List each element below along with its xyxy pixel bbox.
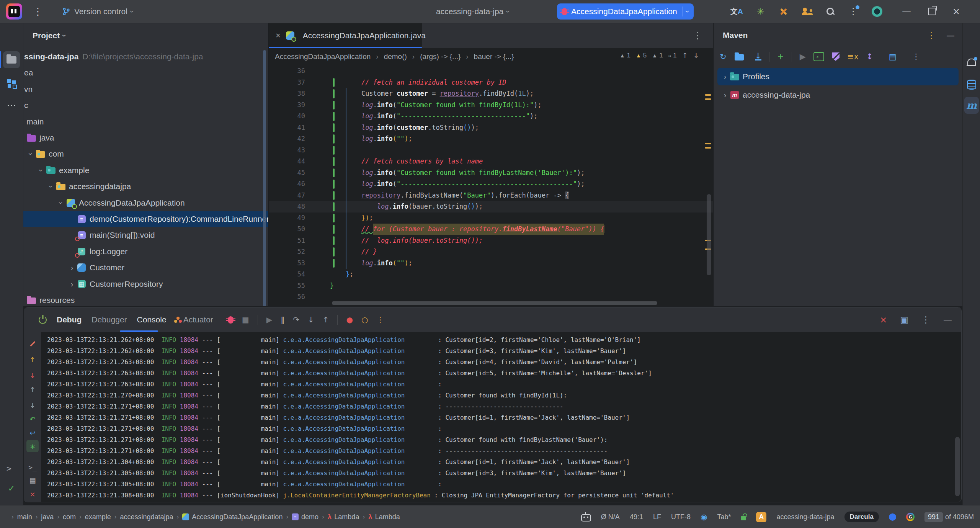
soft-wrap-icon[interactable]: ↩ <box>26 427 39 439</box>
code-line[interactable]: 55} <box>269 280 713 292</box>
search-icon[interactable] <box>826 7 835 16</box>
console-terminal-icon[interactable]: >_ <box>26 461 39 473</box>
breakpoints-icon[interactable]: ● <box>346 315 353 324</box>
code-line[interactable]: 53 log.info(""); <box>269 258 713 269</box>
tree-row[interactable]: vn <box>23 81 269 97</box>
maven-tree-row[interactable]: ›Profiles <box>717 68 959 85</box>
maven-more-icon[interactable]: ⋮ <box>912 52 920 61</box>
clear-console-icon[interactable]: × <box>26 488 39 500</box>
inspection-weak-warning-badge[interactable]: ▲1 <box>652 52 663 59</box>
notifications-icon[interactable] <box>963 53 980 70</box>
tree-row[interactable]: ›accessingdatajpa <box>23 178 269 195</box>
hide-panel-icon[interactable]: — <box>943 315 952 325</box>
maven-terminal-icon[interactable]: >_ <box>813 52 824 61</box>
project-scrollbar[interactable] <box>263 50 266 306</box>
code-line[interactable]: 38 Customer customer = repository.findBy… <box>269 88 713 100</box>
tools-icon[interactable] <box>778 7 788 16</box>
tree-chevron-icon[interactable]: › <box>67 263 77 272</box>
code-line[interactable]: 41 log.info(customer.toString()); <box>269 122 713 134</box>
inspection-error-badge[interactable]: ▲1 <box>620 52 630 59</box>
tab-debugger[interactable]: Debugger <box>91 315 127 324</box>
settings-kebab-icon[interactable]: ⋮ <box>849 6 858 17</box>
tree-chevron-icon[interactable]: › <box>26 149 36 159</box>
minimize-button[interactable]: — <box>902 6 911 17</box>
tree-row[interactable]: resources <box>23 292 269 306</box>
tree-row[interactable]: #log:Logger <box>23 244 269 260</box>
tab-console[interactable]: Console <box>137 315 167 324</box>
tree-row[interactable]: ›Customer <box>23 260 269 276</box>
breadcrumb-item[interactable]: bauer -> {...} <box>474 52 514 61</box>
console-scrollbar[interactable] <box>955 437 960 496</box>
step-over-icon[interactable]: ↷ <box>293 315 299 324</box>
code-line[interactable]: 39 log.info("Customer found with findByI… <box>269 100 713 111</box>
write-access-icon[interactable] <box>741 513 746 520</box>
code-line[interactable]: 43 <box>269 145 713 156</box>
close-button[interactable]: × <box>952 6 960 17</box>
tree-row[interactable]: main <box>23 114 269 130</box>
code-line[interactable]: 36 <box>269 65 713 77</box>
close-session-icon[interactable]: × <box>880 315 887 325</box>
tree-row[interactable]: ›AccessingDataJpaApplication <box>23 195 269 211</box>
tree-row[interactable]: ›example <box>23 162 269 178</box>
statusbar-breadcrumb-item[interactable]: com <box>63 513 76 521</box>
inspection-typo-badge[interactable]: ≈1 <box>668 52 677 59</box>
tree-row[interactable]: java <box>23 130 269 146</box>
breadcrumb-item[interactable]: demo() <box>384 52 407 61</box>
tree-row[interactable]: ssing-data-jpaD:\file\projects\accessing… <box>23 49 269 65</box>
project-panel-header[interactable]: Project › <box>33 23 66 48</box>
commit-tool-button[interactable] <box>3 75 20 92</box>
layout-settings-icon[interactable]: ▣ <box>900 315 908 325</box>
line-ending[interactable]: LF <box>653 513 661 521</box>
statusbar-breadcrumb-item[interactable]: λLambda <box>368 513 400 521</box>
console-output[interactable]: 2023-03-13T22:13:21.262+08:00 INFO 18084… <box>41 332 961 502</box>
run-widget-project[interactable]: accessing-data-jpa <box>776 513 834 521</box>
highlighting-level-icon[interactable]: ◉ <box>701 512 707 521</box>
breadcrumb-item[interactable]: (args) -> {...} <box>420 52 461 61</box>
tree-chevron-icon[interactable]: › <box>37 166 46 175</box>
run-maven-goal-icon[interactable]: ▶ <box>800 52 806 61</box>
tree-row[interactable]: ≡main(String[]):void <box>23 227 269 243</box>
code-line[interactable]: 52 // } <box>269 246 713 258</box>
statusbar-breadcrumb-item[interactable]: main <box>17 513 32 521</box>
users-icon[interactable] <box>802 7 812 16</box>
next-occurrence-icon[interactable]: ↓ <box>26 399 39 411</box>
prev-occurrence-icon[interactable]: ↑ <box>26 383 39 396</box>
statusbar-breadcrumb-item[interactable]: java <box>41 513 54 521</box>
modify-run-config-icon[interactable] <box>26 338 39 350</box>
statusbar-breadcrumb-item[interactable]: AccessingDataJpaApplication <box>182 513 283 521</box>
theme-name[interactable]: Darcula <box>844 512 879 522</box>
statusbar-breadcrumb-item[interactable]: λLambda <box>328 513 359 521</box>
theme-color-dot[interactable] <box>889 513 896 521</box>
add-maven-project-icon[interactable]: + <box>777 52 784 61</box>
code-line[interactable]: 42 log.info(""); <box>269 133 713 145</box>
collapse-all-icon[interactable]: ↕ <box>866 52 873 61</box>
effective-pom-icon[interactable]: ▤ <box>889 52 897 61</box>
inspection-warning-badge[interactable]: ▲5 <box>636 52 647 59</box>
editor-scrollbar[interactable] <box>707 194 711 275</box>
resume-icon[interactable]: ▶ <box>266 315 272 324</box>
prev-problem-icon[interactable]: ↑ <box>682 51 688 59</box>
mute-breakpoints-icon[interactable]: ○ <box>361 315 368 324</box>
run-configuration-button[interactable]: AccessingDataJpaApplication › <box>557 3 694 20</box>
code-line[interactable]: 46 log.info("---------------------------… <box>269 178 713 190</box>
translation-badge[interactable]: A <box>756 512 766 522</box>
scroll-down-icon[interactable]: ↓ <box>26 369 39 381</box>
pause-icon[interactable]: ‖ <box>281 315 284 324</box>
console-kebab-icon[interactable]: ⋮ <box>921 315 930 325</box>
tree-row[interactable]: ›com <box>23 146 269 162</box>
more-tools-button[interactable]: ⋯ <box>3 97 20 114</box>
problems-tool-button[interactable]: ✓ <box>3 480 20 497</box>
caret-position[interactable]: 49:1 <box>630 513 643 521</box>
database-tool-button[interactable] <box>963 76 980 93</box>
code-line[interactable]: 40 log.info("---------------------------… <box>269 111 713 122</box>
terminal-tool-button[interactable]: >_ <box>3 460 20 477</box>
restore-layout-icon[interactable]: ↶ <box>26 413 39 425</box>
restore-button[interactable] <box>928 8 936 15</box>
code-line[interactable]: 44 // fetch customers by last name <box>269 156 713 167</box>
vcs-widget[interactable]: Version control › <box>62 0 134 23</box>
editor-tab[interactable]: × AccessingDataJpaApplication.java <box>269 23 422 48</box>
step-into-icon[interactable]: ↓ <box>308 315 314 324</box>
insert-state[interactable]: Ø N/A <box>601 513 620 521</box>
tree-chevron-icon[interactable]: › <box>67 280 77 289</box>
code-line[interactable]: 37 // fetch an individual customer by ID <box>269 77 713 88</box>
